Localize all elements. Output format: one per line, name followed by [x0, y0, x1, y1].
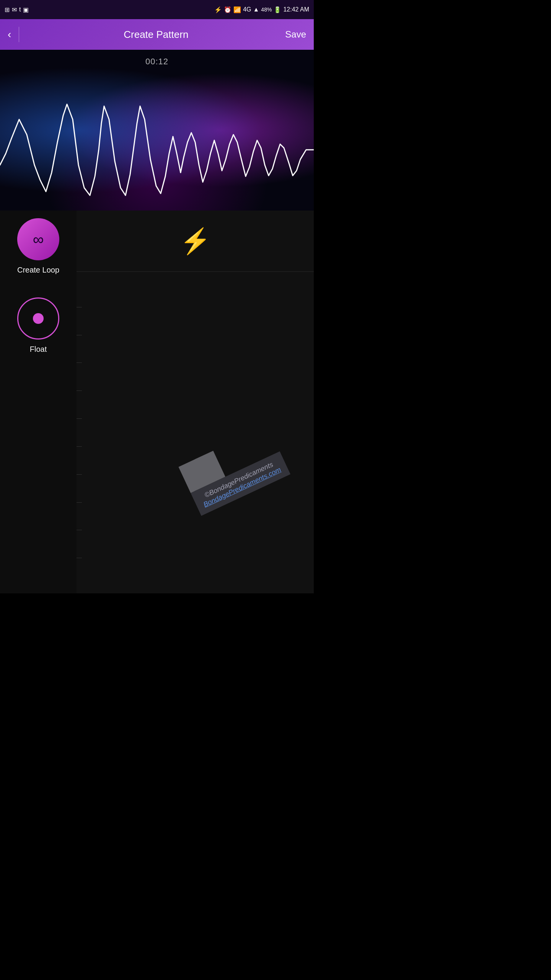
4g-icon: 4G — [243, 6, 251, 13]
waveform-svg — [0, 74, 314, 211]
watermark-line1: ©BondagePredicaments — [203, 461, 274, 500]
page-title: Create Pattern — [124, 29, 188, 41]
ruler-marks — [77, 272, 88, 593]
watermark-line2: BondagePredicaments.com — [202, 466, 282, 508]
float-circle[interactable] — [17, 297, 59, 340]
power-section: ⚡ — [77, 211, 314, 272]
timestamp-label: 00:12 — [145, 57, 168, 67]
create-loop-item[interactable]: ∞ Create Loop — [17, 218, 59, 274]
waveform-display: 00:12 — [0, 50, 314, 211]
ruler-mark — [77, 558, 82, 558]
ruler-mark — [77, 363, 82, 363]
ruler-mark — [77, 502, 82, 503]
wifi-icon: 📶 — [233, 6, 241, 13]
float-dot — [33, 313, 44, 324]
save-button[interactable]: Save — [285, 29, 306, 40]
float-label: Float — [30, 345, 47, 354]
header-divider — [19, 27, 19, 42]
back-button[interactable]: ‹ — [8, 27, 19, 42]
ruler-mark — [77, 446, 82, 447]
ruler-mark — [77, 474, 82, 475]
infinity-icon: ∞ — [33, 232, 44, 247]
signal-icon: ▲ — [253, 6, 259, 13]
battery-percentage: 48% — [261, 7, 272, 13]
create-loop-label: Create Loop — [17, 266, 59, 274]
alarm-icon: ⏰ — [224, 6, 231, 13]
float-item[interactable]: Float — [17, 297, 59, 354]
header: ‹ Create Pattern Save — [0, 19, 314, 50]
image-icon: ⊞ — [5, 6, 10, 13]
battery-icon: 🔋 — [274, 6, 281, 13]
bottom-section: ∞ Create Loop Float ⚡ — [0, 211, 314, 593]
status-icons-right: ⚡ ⏰ 📶 4G ▲ 48% 🔋 12:42 AM — [214, 6, 309, 13]
phone-icon: ▣ — [23, 6, 29, 13]
create-loop-circle[interactable]: ∞ — [17, 218, 59, 260]
ruler-mark — [77, 530, 82, 530]
envelope-icon: ✉ — [12, 6, 17, 13]
tumblr-icon: t — [19, 6, 21, 13]
watermark-box: ©BondagePredicaments BondagePredicaments… — [191, 451, 290, 516]
ruler-mark — [77, 390, 82, 391]
watermark-image — [178, 451, 225, 493]
clock: 12:42 AM — [283, 6, 309, 13]
ruler-mark — [77, 307, 82, 307]
status-bar: ⊞ ✉ t ▣ ⚡ ⏰ 📶 4G ▲ 48% 🔋 12:42 AM — [0, 0, 314, 19]
right-content: ⚡ ©BondagePredica — [77, 211, 314, 593]
status-icons-left: ⊞ ✉ t ▣ — [5, 6, 29, 13]
watermark: ©BondagePredicaments BondagePredicaments… — [178, 423, 290, 516]
ruler-mark — [77, 335, 82, 335]
bluetooth-icon: ⚡ — [214, 6, 222, 13]
lightning-icon: ⚡ — [180, 229, 211, 253]
ruler-mark — [77, 418, 82, 419]
back-arrow-icon: ‹ — [8, 29, 11, 40]
sidebar: ∞ Create Loop Float — [0, 211, 77, 593]
grid-area[interactable]: ©BondagePredicaments BondagePredicaments… — [77, 272, 314, 593]
